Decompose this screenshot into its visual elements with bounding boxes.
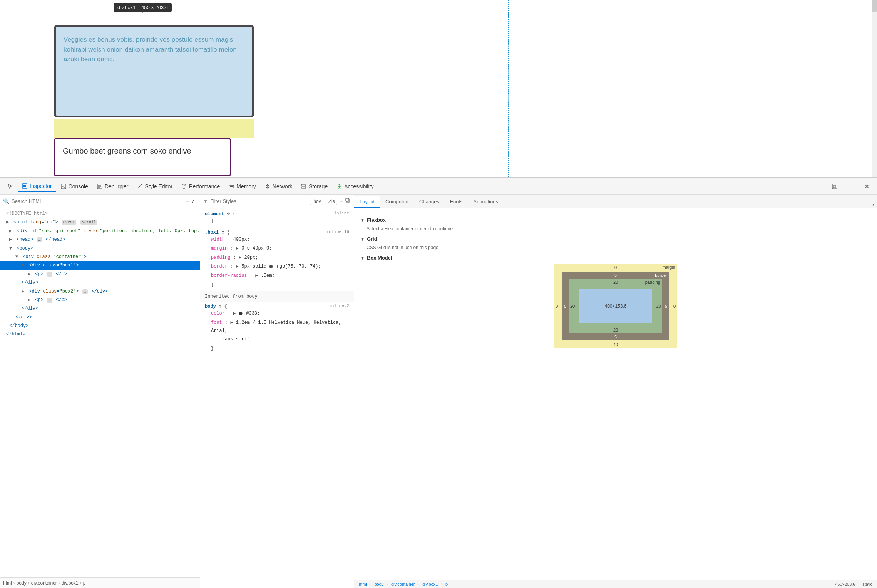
border-color-swatch[interactable] (269, 265, 273, 268)
html-line-body[interactable]: ▼ <body> (0, 244, 200, 253)
border-bottom-val: 5 (614, 335, 618, 339)
grid-section-header[interactable]: ▼ Grid (360, 236, 871, 242)
accessibility-tab-button[interactable]: Accessibility (332, 181, 377, 191)
svg-rect-28 (832, 184, 837, 189)
layout-content: ▼ Flexbox Select a Flex container or ite… (354, 208, 877, 580)
performance-icon (181, 183, 187, 189)
preview-area: div.box1 450 × 203.6 Veggies es bonus vo… (0, 0, 877, 177)
guide-line-v4 (0, 0, 0, 177)
console-label: Console (69, 183, 88, 189)
guide-line-v2 (254, 0, 254, 177)
svg-point-8 (141, 184, 142, 185)
html-line-doctype[interactable]: <!DOCTYPE html> (0, 209, 200, 218)
expand-panel-button[interactable] (828, 181, 842, 191)
performance-tab-button[interactable]: Performance (177, 181, 224, 191)
html-line-container[interactable]: ▼ <div class="container"> (0, 253, 200, 261)
network-tab-button[interactable]: Network (261, 181, 296, 191)
more-tools-button[interactable]: … (844, 181, 858, 191)
box-model-section-header[interactable]: ▼ Box Model (360, 255, 871, 261)
toolbar-right: … ✕ (828, 181, 874, 191)
status-body[interactable]: body (374, 582, 383, 586)
more-icon: … (848, 183, 854, 189)
tab-animations[interactable]: Animations (468, 196, 504, 208)
html-line-p1[interactable]: ▶ <p> … </p> (0, 270, 200, 278)
html-line-head[interactable]: ▶ <head> … </head> (0, 235, 200, 244)
tab-fonts[interactable]: Fonts (445, 196, 468, 208)
element-tooltip: div.box1 450 × 203.6 (114, 3, 172, 12)
preview-scrollbar[interactable] (872, 0, 877, 177)
style-editor-tab-button[interactable]: Style Editor (133, 181, 176, 191)
memory-icon (228, 183, 234, 189)
layout-tabs: Layout Computed Changes Fonts Animations… (354, 195, 877, 208)
css-content: element ⚙ { inline } .box1 ⚙ { inline:16 (200, 208, 354, 588)
html-line-p2[interactable]: ▶ <p> … </p> (0, 296, 200, 304)
breadcrumb-p[interactable]: p (83, 580, 86, 586)
html-line-saka[interactable]: ▶ <div id="saka-gui-root" style="positio… (0, 227, 200, 235)
status-box1[interactable]: div.box1 (422, 582, 438, 586)
flexbox-arrow: ▼ (360, 218, 365, 223)
copy-rule-button[interactable] (345, 198, 351, 204)
svg-point-23 (339, 184, 340, 185)
breadcrumb-container[interactable]: div.container (31, 580, 57, 586)
search-icon: 🔍 (3, 198, 9, 204)
status-html[interactable]: html (359, 582, 367, 586)
html-line-box2[interactable]: ▶ <div class="box2"> … </div> (0, 287, 200, 296)
breadcrumb-box1[interactable]: div.box1 (62, 580, 79, 586)
status-p[interactable]: p (445, 582, 448, 586)
breadcrumb-body[interactable]: body (17, 580, 27, 586)
html-line-closediv1[interactable]: </div> (0, 278, 200, 287)
html-line-box1[interactable]: ▼ <div class="box1"> (0, 261, 200, 270)
status-container[interactable]: div.container (391, 582, 415, 586)
element-picker-button[interactable] (3, 181, 17, 191)
add-rule-button[interactable]: + (340, 198, 343, 205)
css-rule-box1-header: .box1 ⚙ { inline:16 (205, 230, 349, 235)
layout-scroll-right[interactable]: › (872, 201, 874, 208)
css-filter-input[interactable] (210, 198, 308, 204)
scrollbar-thumb[interactable] (872, 0, 877, 12)
color-swatch-body[interactable] (239, 312, 243, 315)
box1-text: Veggies es bonus vobis, proinde vos post… (64, 36, 237, 63)
accessibility-icon (336, 183, 342, 189)
inspector-tab-button[interactable]: Inspector (18, 181, 56, 192)
close-devtools-button[interactable]: ✕ (860, 181, 874, 191)
padding-bottom-val: 20 (613, 328, 618, 332)
breadcrumb-html[interactable]: html (3, 580, 12, 586)
html-line-html[interactable]: ▶ <html lang="en"> event scroll (0, 218, 200, 226)
html-search-bar: 🔍 + (0, 195, 200, 208)
css-panel: ▼ :hov .cls + element ⚙ { (200, 195, 354, 588)
svg-point-22 (305, 187, 306, 188)
svg-rect-14 (232, 186, 233, 187)
guide-line-v3 (508, 0, 509, 177)
add-node-button[interactable]: + (186, 198, 189, 205)
tooltip-size: 450 × 203.6 (141, 5, 168, 10)
html-tree: <!DOCTYPE html> ▶ <html lang="en"> event… (0, 208, 200, 577)
flexbox-section-header[interactable]: ▼ Flexbox (360, 217, 871, 223)
html-line-closebody[interactable]: </body> (0, 322, 200, 330)
storage-tab-button[interactable]: Storage (297, 181, 331, 191)
inspector-icon (22, 183, 28, 189)
inspector-label: Inspector (30, 183, 52, 189)
html-line-closediv2[interactable]: </div> (0, 304, 200, 313)
margin-top-val: 0 (614, 265, 617, 270)
css-rule-body: body ⚙ { inline:2 color : ▶ #333; font : (200, 302, 354, 355)
html-search-input[interactable] (12, 198, 183, 204)
debugger-tab-button[interactable]: Debugger (93, 181, 132, 191)
memory-tab-button[interactable]: Memory (224, 181, 260, 191)
console-tab-button[interactable]: Console (57, 181, 92, 191)
margin-label: margin (661, 264, 677, 270)
margin-bottom-val: 40 (613, 342, 618, 347)
tab-computed[interactable]: Computed (380, 196, 414, 208)
hov-button[interactable]: :hov (310, 198, 323, 205)
debugger-label: Debugger (105, 183, 129, 189)
tab-changes[interactable]: Changes (414, 196, 445, 208)
flexbox-section-body: Select a Flex container or item to conti… (360, 226, 871, 231)
cls-button[interactable]: .cls (326, 198, 337, 205)
status-bar: html › body › div.container › div.box1 ›… (354, 580, 877, 588)
box-model-arrow: ▼ (360, 256, 365, 260)
html-line-closehtml[interactable]: </html> (0, 330, 200, 338)
html-line-closediv3[interactable]: </div> (0, 313, 200, 322)
close-icon: ✕ (864, 183, 870, 189)
devtools-content: 🔍 + <!DOCTYPE html> ▶ <html lang="en"> e… (0, 195, 877, 588)
pick-color-button[interactable] (191, 198, 197, 205)
tab-layout[interactable]: Layout (354, 196, 380, 208)
